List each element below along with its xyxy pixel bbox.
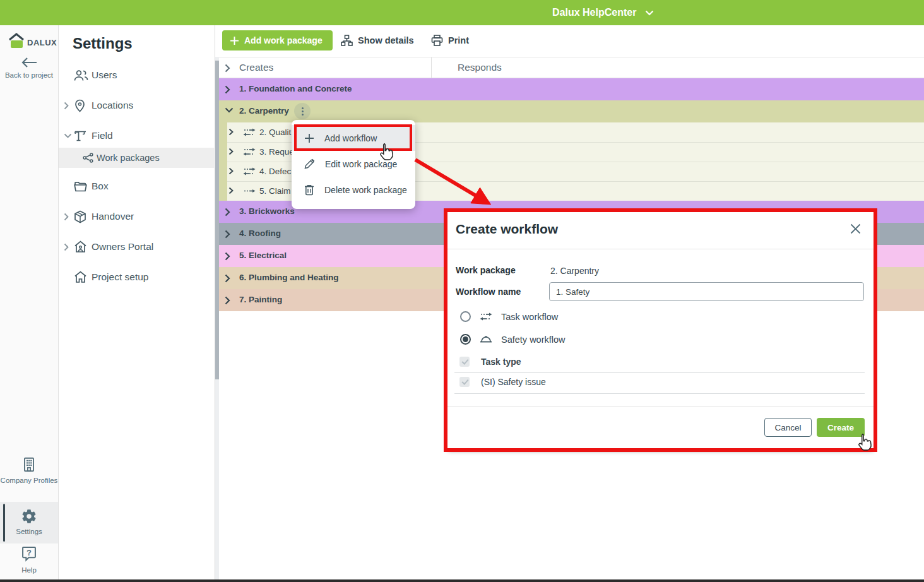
column-header-creates[interactable]: Creates [239,62,273,73]
divider [447,249,874,249]
sidebar-item-handover[interactable]: Handover [59,206,215,227]
chevron-right-icon[interactable] [225,64,230,73]
chevron-right-icon[interactable] [228,128,234,136]
chevron-right-icon[interactable] [228,148,234,155]
chevron-right-icon[interactable] [225,296,230,305]
chevron-right-icon[interactable] [225,85,230,94]
row-label: 2. Qualit [259,128,291,137]
show-details-button[interactable]: Show details [341,30,414,50]
menu-item-add-workflow[interactable]: Add workflow [292,125,415,151]
row-label: 5. Electrical [239,251,287,260]
table-row[interactable]: 1. Foundation and Concrete [219,78,924,100]
sidebar-item-work-packages[interactable]: Work packages [59,148,215,168]
left-rail: DALUX Back to project Company Profiles S… [0,25,59,582]
box-folder-icon [74,181,87,192]
plus-icon [230,36,239,45]
sidebar-item-field[interactable]: Field [59,126,215,146]
radio-selected[interactable] [460,334,471,345]
safety-issue-row: (SI) Safety issue [459,377,546,387]
sidebar-item-label: Owners Portal [92,241,153,252]
cancel-button[interactable]: Cancel [764,418,812,437]
sidebar-item-label: Field [92,130,113,141]
project-title: Dalux HelpCenter [552,7,636,18]
radio-unselected[interactable] [460,311,471,322]
safety-workflow-option[interactable]: Safety workflow [460,334,566,345]
chevron-right-icon [64,213,69,221]
safety-helmet-icon [480,335,492,345]
owners-portal-icon [74,241,87,253]
create-button[interactable]: Create [817,418,865,437]
rail-item-help[interactable]: ? Help [0,545,58,574]
sidebar-item-label: Locations [92,100,133,111]
work-packages-icon [83,153,94,163]
rail-item-company-profiles[interactable]: Company Profiles [0,456,58,485]
sidebar-item-box[interactable]: Box [59,176,215,196]
building-icon [0,456,58,473]
print-button[interactable]: Print [431,30,469,50]
footer-divider [447,406,874,407]
row-label: 1. Foundation and Concrete [239,84,352,93]
back-to-project-button[interactable]: Back to project [0,57,58,80]
main-toolbar: Add work package Show details Print [215,25,924,57]
users-icon [74,69,88,81]
add-work-package-label: Add work package [244,35,323,45]
menu-item-label: Add workflow [324,133,377,143]
chevron-right-icon[interactable] [228,167,234,175]
row-label: 5. Claim [259,186,291,196]
row-label: 6. Plumbing and Heating [239,273,339,282]
workflow-name-label: Workflow name [456,287,521,297]
back-arrow-icon [21,57,37,68]
dalux-house-icon [8,33,25,49]
back-to-project-label: Back to project [0,71,58,80]
sidebar-item-locations[interactable]: Locations [59,95,215,116]
project-switcher[interactable]: Dalux HelpCenter [552,0,654,25]
pencil-icon [304,158,315,169]
chevron-down-icon [645,10,654,16]
sidebar-item-users[interactable]: Users [59,65,215,85]
sidebar-item-label: Work packages [97,153,160,163]
add-work-package-button[interactable]: Add work package [222,30,333,50]
chevron-right-icon[interactable] [225,274,230,283]
hierarchy-icon [341,35,353,46]
scrollbar-thumb[interactable] [215,61,219,379]
top-bar: Dalux HelpCenter [0,0,924,25]
sidebar-item-owners-portal[interactable]: Owners Portal [59,237,215,257]
task-workflow-icon [243,147,256,157]
print-label: Print [448,35,469,45]
work-package-value: 2. Carpentry [550,266,599,276]
task-workflow-icon [480,312,492,321]
help-icon: ? [0,545,58,563]
dialog-title: Create workflow [456,222,558,237]
table-header: Creates Responds [215,57,924,78]
row-label: 3. Reque [259,147,294,157]
divider [454,372,865,373]
chevron-right-icon[interactable] [225,208,230,217]
claim-workflow-icon [243,186,256,196]
chevron-down-icon[interactable] [225,107,234,113]
close-icon[interactable] [850,223,861,234]
menu-item-edit-work-package[interactable]: Edit work package [292,151,415,177]
workflow-name-input[interactable] [549,282,864,301]
chevron-right-icon[interactable] [225,252,230,261]
horizontal-scrollbar[interactable] [0,579,924,582]
rail-item-settings[interactable]: Settings [0,502,58,543]
sidebar-item-label: Project setup [92,271,148,283]
table-row[interactable]: 2. Carpentry [219,100,924,122]
task-type-label: Task type [481,357,521,367]
kebab-menu-button[interactable] [294,103,311,119]
create-workflow-dialog: Create workflow Work package 2. Carpentr… [447,212,874,448]
task-workflow-icon [243,167,256,176]
chevron-right-icon[interactable] [225,230,230,239]
sidebar-item-project-setup[interactable]: Project setup [59,267,215,287]
handover-box-icon [74,210,86,223]
column-header-responds[interactable]: Responds [458,62,502,73]
vertical-scrollbar[interactable] [215,57,219,579]
show-details-label: Show details [358,35,414,45]
row-label: 7. Painting [239,295,282,304]
work-package-label: Work package [456,265,516,275]
chevron-right-icon[interactable] [228,187,234,194]
menu-item-delete-work-package[interactable]: Delete work package [292,177,415,203]
dalux-logo-text: DALUX [27,38,57,49]
chevron-down-icon [64,133,72,138]
task-workflow-option[interactable]: Task workflow [460,311,558,322]
